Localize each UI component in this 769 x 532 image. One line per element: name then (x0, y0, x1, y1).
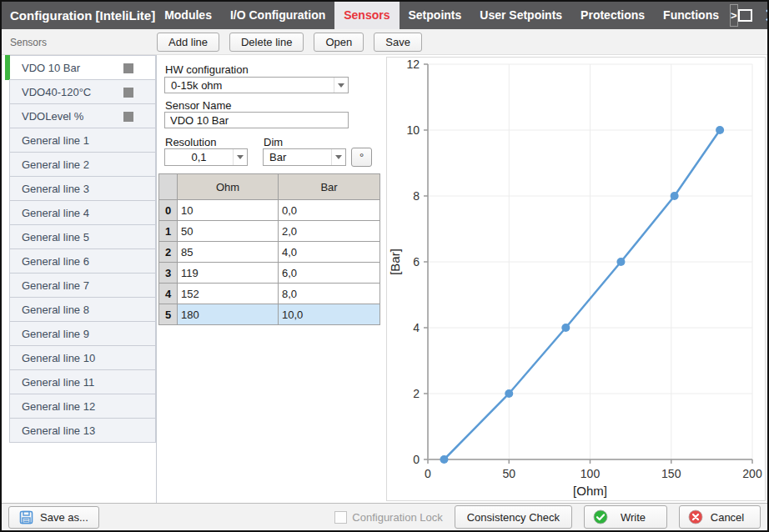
red-x-icon (688, 509, 703, 524)
sensor-curve-chart: 050100150200024681012[Ohm][Bar] (386, 57, 766, 501)
svg-text:50: 50 (502, 467, 515, 480)
svg-text:[Bar]: [Bar] (388, 248, 402, 275)
ohm-cell[interactable]: 10 (178, 200, 279, 221)
sidebar-item-general-line-2[interactable]: General line 2 (9, 152, 156, 177)
sensor-form-panel: HW configuration 0-15k ohm Sensor Name R… (157, 55, 384, 503)
table-row: 0100,0 (159, 200, 380, 221)
degree-symbol-button[interactable]: ° (351, 148, 372, 167)
save-button[interactable]: Save (374, 33, 422, 52)
dim-dropdown[interactable]: Bar (263, 148, 346, 166)
ohm-cell[interactable]: 119 (178, 263, 279, 284)
sidebar-item-label: General line 13 (10, 424, 95, 437)
bar-cell[interactable]: 2,0 (279, 221, 380, 242)
bar-cell[interactable]: 6,0 (279, 263, 380, 284)
bar-cell[interactable]: 4,0 (279, 242, 380, 263)
line-chart: 050100150200024681012[Ohm][Bar] (387, 58, 765, 499)
sidebar-item-general-line-11[interactable]: General line 11 (9, 369, 156, 394)
tab-modules[interactable]: Modules (155, 2, 221, 29)
toolbar-buttons: Add line Delete line Open Save (157, 33, 422, 52)
row-number[interactable]: 0 (159, 200, 178, 221)
row-number[interactable]: 1 (159, 221, 178, 242)
ohm-cell[interactable]: 152 (178, 284, 279, 304)
sidebar-item-general-line-8[interactable]: General line 8 (9, 297, 156, 322)
open-button[interactable]: Open (314, 33, 364, 52)
sidebar-item-vdo40-120-c[interactable]: VDO40-120°C (9, 79, 156, 104)
window-controls: ✕ (738, 2, 769, 29)
sidebar-item-general-line-4[interactable]: General line 4 (9, 200, 156, 225)
tab-protections[interactable]: Protections (571, 2, 654, 29)
write-label: Write (608, 511, 658, 524)
sidebar-item-label: General line 4 (10, 207, 89, 219)
row-number[interactable]: 4 (159, 284, 178, 304)
sidebar-item-general-line-12[interactable]: General line 12 (9, 394, 156, 419)
row-number[interactable]: 5 (159, 304, 178, 325)
chevron-down-icon (331, 149, 345, 165)
sidebar-item-label: General line 2 (10, 158, 89, 171)
svg-text:4: 4 (413, 321, 420, 334)
tab-bar: ModulesI/O ConfigurationSensorsSetpoints… (155, 2, 728, 29)
floppy-disk-icon (19, 510, 33, 524)
bottombar: Save as... Configuration Lock Consistenc… (2, 503, 767, 530)
column-header-bar: Bar (279, 174, 380, 200)
sidebar-item-general-line-10[interactable]: General line 10 (9, 345, 156, 370)
sidebar-item-general-line-5[interactable]: General line 5 (9, 224, 156, 249)
table-row: 2854,0 (159, 242, 380, 263)
sensor-name-input[interactable] (164, 112, 349, 128)
maximize-icon[interactable] (738, 9, 752, 22)
save-as-button[interactable]: Save as... (8, 506, 99, 529)
more-tabs-button[interactable]: > (730, 4, 738, 27)
tab-setpoints[interactable]: Setpoints (400, 2, 471, 29)
tab-sensors[interactable]: Sensors (334, 2, 399, 29)
sidebar-item-label: General line 9 (10, 328, 89, 340)
resolution-dropdown[interactable]: 0,1 (164, 148, 248, 166)
configuration-lock-checkbox[interactable] (334, 511, 347, 524)
tab-functions[interactable]: Functions (654, 2, 728, 29)
ohm-cell[interactable]: 50 (178, 221, 279, 242)
bar-cell[interactable]: 8,0 (279, 284, 380, 304)
table-row: 1502,0 (159, 221, 380, 242)
sensor-list: VDO 10 BarVDO40-120°CVDOLevel %General l… (2, 55, 157, 503)
sidebar-item-label: VDO40-120°C (10, 86, 91, 98)
sidebar-item-general-line-6[interactable]: General line 6 (9, 248, 156, 274)
ohm-cell[interactable]: 85 (178, 242, 279, 263)
sidebar-item-general-line-7[interactable]: General line 7 (9, 273, 156, 298)
ohm-cell[interactable]: 180 (178, 304, 279, 325)
toolbar: Sensors Add line Delete line Open Save (2, 29, 767, 55)
sidebar-item-label: General line 12 (10, 400, 95, 413)
svg-text:12: 12 (406, 58, 420, 71)
column-header-ohm: Ohm (178, 174, 279, 200)
table-corner-cell (159, 174, 178, 200)
sidebar-item-vdolevel-[interactable]: VDOLevel % (9, 103, 156, 128)
dim-label: Dim (264, 136, 283, 148)
sidebar-item-vdo-10-bar[interactable]: VDO 10 Bar (9, 55, 156, 80)
consistency-check-button[interactable]: Consistency Check (455, 505, 572, 529)
row-number[interactable]: 3 (159, 263, 178, 284)
sidebar-item-general-line-3[interactable]: General line 3 (9, 176, 156, 201)
resolution-label: Resolution (165, 136, 216, 148)
tab-i-o-configuration[interactable]: I/O Configuration (221, 2, 334, 29)
bar-cell[interactable]: 10,0 (279, 304, 380, 325)
bar-cell[interactable]: 0,0 (279, 200, 380, 221)
tab-user-setpoints[interactable]: User Setpoints (470, 2, 571, 29)
configuration-lock-label: Configuration Lock (352, 511, 442, 524)
svg-text:6: 6 (413, 255, 420, 269)
sidebar-item-general-line-9[interactable]: General line 9 (9, 321, 156, 346)
hw-configuration-value: 0-15k ohm (165, 79, 334, 92)
row-number[interactable]: 2 (159, 242, 178, 263)
chevron-down-icon (334, 78, 348, 93)
sidebar-item-general-line-1[interactable]: General line 1 (9, 128, 156, 153)
delete-line-button[interactable]: Delete line (229, 33, 304, 52)
sidebar-item-general-line-13[interactable]: General line 13 (9, 418, 156, 443)
cancel-button[interactable]: Cancel (679, 505, 761, 529)
sidebar-item-label: General line 7 (10, 279, 89, 292)
close-icon[interactable]: ✕ (764, 6, 769, 26)
add-line-button[interactable]: Add line (157, 33, 219, 52)
write-button[interactable]: Write (584, 505, 667, 529)
svg-text:8: 8 (413, 189, 420, 203)
sensor-configured-square-icon (123, 88, 133, 98)
sidebar-item-label: General line 6 (10, 255, 89, 268)
hw-configuration-dropdown[interactable]: 0-15k ohm (164, 77, 349, 93)
green-check-icon (593, 509, 608, 524)
configuration-window: Configuration [InteliLite] ModulesI/O Co… (0, 0, 769, 532)
svg-text:0: 0 (413, 453, 420, 466)
